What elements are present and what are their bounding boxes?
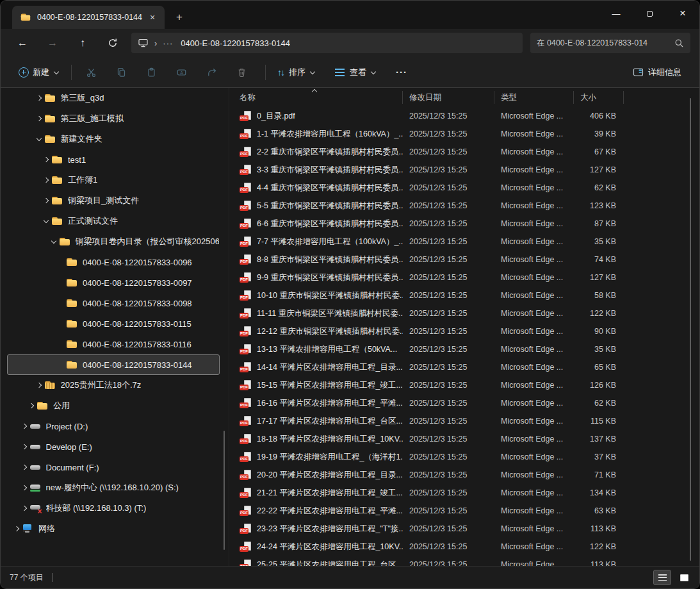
table-row[interactable]: 22-22 平滩片区农排增容用电工程_平滩...2025/12/3 15:25M… [229, 502, 699, 520]
sidebar-item[interactable]: 新建文件夹 [7, 129, 220, 149]
sidebar-item[interactable]: 第三版_q3d [7, 88, 220, 108]
table-row[interactable]: 17-17 平滩片区农排增容用电工程_台区...2025/12/3 15:25M… [229, 412, 699, 430]
search-box[interactable]: 在 0400-E·08·1220157833-014 [530, 33, 690, 53]
chevron-right-icon[interactable] [35, 381, 44, 390]
sidebar-item[interactable]: 公用 [7, 395, 220, 416]
chevron-right-icon[interactable] [20, 422, 29, 431]
table-row[interactable]: 9-9 重庆市铜梁区平滩镇插腊村村民委员...2025/12/3 15:25Mi… [229, 269, 699, 286]
chevron-down-icon[interactable] [50, 237, 59, 246]
chevron-right-icon[interactable] [20, 463, 29, 472]
sidebar-item[interactable]: Project (D:) [7, 416, 220, 436]
sidebar-item[interactable]: 科技部 (\\192.168.10.3) (T:) [7, 498, 220, 518]
delete-button[interactable] [229, 62, 254, 83]
table-row[interactable]: 5-5 重庆市铜梁区平滩镇插腊村村民委员...2025/12/3 15:25Mi… [229, 197, 699, 215]
new-button[interactable]: 新建 [13, 62, 65, 83]
share-button[interactable] [199, 62, 224, 83]
sidebar-scrollbar[interactable] [224, 431, 225, 550]
breadcrumb-path[interactable]: 0400-E·08·1220157833-0144 [181, 38, 290, 48]
table-row[interactable]: 14-14 平滩片区农排增容用电工程_目录....2025/12/3 15:25… [229, 358, 699, 376]
chevron-right-icon[interactable] [20, 483, 29, 492]
table-row[interactable]: 15-15 平滩片区农排增容用电工程_竣工...2025/12/3 15:25M… [229, 376, 699, 394]
table-row[interactable]: 24-24 平滩片区农排增容用电工程_10KV...2025/12/3 15:2… [229, 538, 699, 556]
table-row[interactable]: 25-25 平滩片区农排增容用电工程_台区...2025/12/3 15:25M… [229, 556, 699, 566]
sidebar-item[interactable]: new-履约中心 (\\192.168.10.20) (S:) [7, 477, 220, 498]
close-button[interactable]: × [666, 1, 699, 26]
chevron-right-icon[interactable] [42, 176, 51, 185]
table-row[interactable]: 7-7 平滩农排增容用电工程（100kVA）_...2025/12/3 15:2… [229, 233, 699, 251]
column-header-name[interactable]: 名称 [229, 91, 403, 104]
sidebar-item[interactable]: 0400-E·08·1220157833-0144 [7, 354, 220, 375]
sidebar-item[interactable]: 0400-E·08·1220157833-0098 [7, 293, 220, 313]
thumbnail-view-button[interactable] [675, 570, 693, 585]
sidebar-item[interactable]: 铜梁项目卷内目录（报公司审核20250619 [7, 231, 220, 252]
back-button[interactable]: ← [11, 33, 34, 53]
table-row[interactable]: 11-11 重庆市铜梁区平滩镇插腊村村民委...2025/12/3 15:25M… [229, 304, 699, 322]
chevron-right-icon[interactable] [13, 524, 22, 533]
tab-close-icon[interactable]: × [145, 10, 159, 24]
copy-button[interactable] [108, 62, 134, 83]
column-header-type[interactable]: 类型 [494, 91, 574, 104]
table-row[interactable]: 23-23 平滩片区农排增容用电工程_"T"接...2025/12/3 15:2… [229, 520, 699, 538]
explorer-tab[interactable]: 0400-E·08·1220157833-0144 × [12, 6, 165, 29]
search-input[interactable]: 在 0400-E·08·1220157833-014 [537, 38, 674, 49]
view-button[interactable]: 查看 [330, 62, 382, 83]
details-pane-button[interactable]: 详细信息 [628, 62, 690, 83]
sidebar-item[interactable]: 0400-E·08·1220157833-0115 [7, 313, 220, 334]
table-row[interactable]: 2-2 重庆市铜梁区平滩镇插腊村村民委员...2025/12/3 15:25Mi… [229, 143, 699, 161]
more-options-button[interactable]: ··· [391, 62, 412, 83]
sidebar-item[interactable]: Develop (E:) [7, 436, 220, 457]
pdf-file-icon [240, 362, 252, 373]
table-row[interactable]: 12-12 重庆市铜梁区平滩镇插腊村村民委...2025/12/3 15:25M… [229, 322, 699, 340]
table-row[interactable]: 20-20 平滩片区农排增容用电工程_目录....2025/12/3 15:25… [229, 466, 699, 484]
rename-button[interactable]: A [168, 62, 194, 83]
maximize-button[interactable] [633, 1, 666, 26]
forward-button[interactable]: → [41, 33, 64, 53]
table-row[interactable]: 8-8 重庆市铜梁区平滩镇插腊村村民委员...2025/12/3 15:25Mi… [229, 251, 699, 269]
sidebar-item[interactable]: 正式测试文件 [7, 211, 220, 231]
cut-button[interactable] [78, 62, 104, 83]
sort-button[interactable]: ↑↓ 排序 [272, 62, 321, 83]
chevron-right-icon[interactable] [28, 401, 37, 410]
breadcrumb-overflow-button[interactable]: ··· [163, 38, 173, 48]
table-row[interactable]: 19-19 平滩农排增容用电工程_（海洋村1...2025/12/3 15:25… [229, 448, 699, 466]
table-row[interactable]: 21-21 平滩片区农排增容用电工程_竣工...2025/12/3 15:25M… [229, 484, 699, 502]
minimize-button[interactable]: — [599, 1, 633, 26]
column-header-date[interactable]: 修改日期 [403, 91, 494, 104]
chevron-right-icon[interactable] [20, 442, 29, 451]
sidebar-item[interactable]: test1 [7, 149, 220, 170]
breadcrumb[interactable]: › ··· 0400-E·08·1220157833-0144 [131, 33, 523, 53]
chevron-right-icon[interactable] [35, 94, 44, 103]
column-header-size[interactable]: 大小 [574, 91, 624, 104]
sidebar-item[interactable]: Document (F:) [7, 457, 220, 477]
sidebar-item[interactable]: 0400-E·08·1220157833-0116 [7, 334, 220, 354]
sidebar-item[interactable]: 铜梁项目_测试文件 [7, 190, 220, 211]
table-row[interactable]: 3-3 重庆市铜梁区平滩镇插腊村村民委员...2025/12/3 15:25Mi… [229, 161, 699, 179]
up-button[interactable]: ↑ [71, 33, 94, 53]
sidebar-item[interactable]: 工作簿1 [7, 170, 220, 190]
new-tab-button[interactable]: + [170, 8, 189, 27]
chevron-down-icon[interactable] [35, 135, 44, 144]
table-row[interactable]: 4-4 重庆市铜梁区平滩镇插腊村村民委员...2025/12/3 15:25Mi… [229, 179, 699, 197]
chevron-right-icon[interactable] [35, 114, 44, 123]
details-view-button[interactable] [653, 570, 671, 585]
sidebar-item[interactable]: 2025贵州工法18个.7z [7, 375, 220, 395]
file-list-scrollbar[interactable] [690, 98, 691, 561]
chevron-placeholder [57, 258, 66, 267]
table-row[interactable]: 6-6 重庆市铜梁区平滩镇插腊村村民委员...2025/12/3 15:25Mi… [229, 215, 699, 233]
table-row[interactable]: 13-13 平滩农排增容用电工程（50kVA...2025/12/3 15:25… [229, 340, 699, 358]
table-row[interactable]: 0_目录.pdf2025/12/3 15:25Microsoft Edge ..… [229, 107, 699, 125]
sidebar-item[interactable]: 网络 [7, 518, 220, 539]
table-row[interactable]: 18-18 平滩片区农排增容用电工程_10KV...2025/12/3 15:2… [229, 430, 699, 448]
table-row[interactable]: 1-1 平滩农排增容用电工程（160kVA）_...2025/12/3 15:2… [229, 125, 699, 143]
table-row[interactable]: 10-10 重庆市铜梁区平滩镇插腊村村民委...2025/12/3 15:25M… [229, 286, 699, 304]
chevron-down-icon[interactable] [42, 217, 51, 226]
refresh-button[interactable] [101, 33, 124, 53]
sidebar-item[interactable]: 0400-E·08·1220157833-0096 [7, 252, 220, 272]
sidebar-item[interactable]: 第三版_施工模拟 [7, 108, 220, 129]
chevron-right-icon[interactable] [20, 504, 29, 513]
table-row[interactable]: 16-16 平滩片区农排增容用电工程_平滩...2025/12/3 15:25M… [229, 394, 699, 412]
chevron-right-icon[interactable] [42, 155, 51, 164]
paste-button[interactable] [138, 62, 164, 83]
chevron-right-icon[interactable] [42, 196, 51, 205]
sidebar-item[interactable]: 0400-E·08·1220157833-0097 [7, 272, 220, 293]
